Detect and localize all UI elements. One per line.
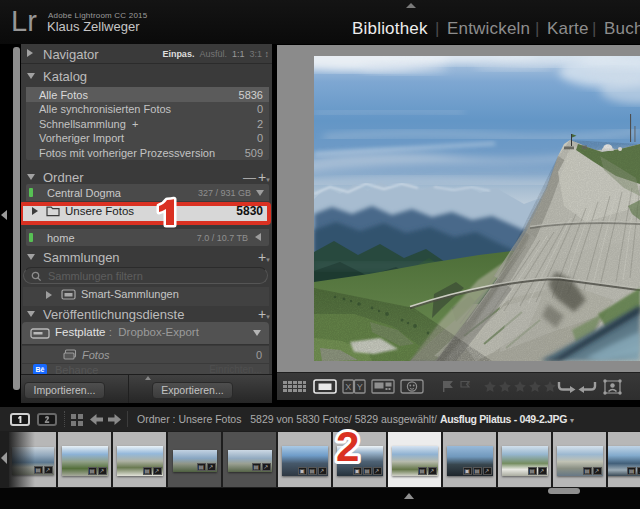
svg-text:x: x [467,380,470,386]
svg-text:2: 2 [336,423,359,470]
svg-text:Y: Y [357,382,363,392]
svg-text:X: X [345,382,351,392]
